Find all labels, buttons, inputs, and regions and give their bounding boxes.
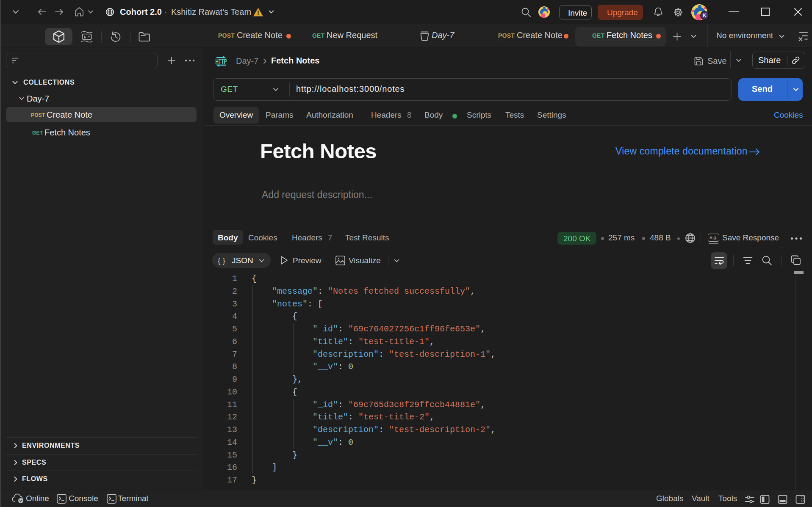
- svg-text:HTTP: HTTP: [216, 58, 227, 65]
